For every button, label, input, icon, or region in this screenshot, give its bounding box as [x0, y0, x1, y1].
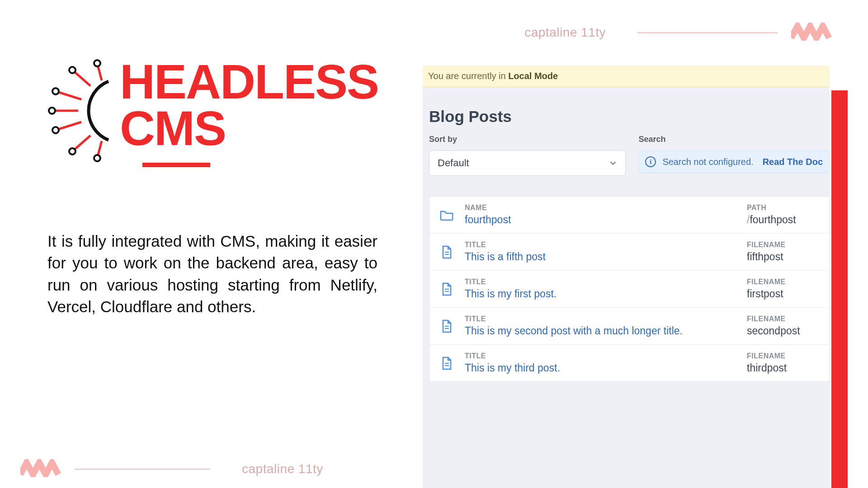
zigzag-icon: [20, 459, 61, 479]
cms-network-icon: [47, 59, 111, 163]
brand-bottom: captaline 11ty: [20, 459, 323, 479]
search-label: Search: [638, 135, 830, 144]
file-icon: [439, 319, 454, 333]
brand-bottom-label: captaline 11ty: [242, 462, 323, 476]
zigzag-icon: [791, 23, 832, 42]
brand-top-line: [637, 32, 778, 33]
svg-point-11: [69, 148, 75, 155]
cms-panel: You are currently in Local Mode Blog Pos…: [423, 66, 830, 488]
svg-point-13: [94, 155, 100, 161]
sort-label: Sort by: [429, 135, 626, 144]
brand-top-label: captaline 11ty: [524, 25, 606, 40]
list-item[interactable]: TITLE This is my third post. FILENAME th…: [429, 345, 829, 381]
list-item[interactable]: TITLE This is my first post. FILENAME fi…: [429, 271, 829, 308]
file-icon: [439, 282, 454, 296]
search-box: i Search not configured. Read The Doc: [638, 150, 830, 173]
accent-bar: [831, 90, 848, 488]
sort-value: Default: [438, 157, 469, 169]
brand-bottom-line: [75, 469, 210, 470]
svg-point-9: [49, 108, 55, 114]
svg-point-12: [94, 60, 100, 66]
list-item[interactable]: TITLE This is a fifth post FILENAME fift…: [429, 234, 829, 271]
folder-icon: [439, 208, 454, 222]
chevron-down-icon: [609, 159, 617, 167]
file-icon: [439, 356, 454, 371]
localmode-banner: You are currently in Local Mode: [423, 66, 830, 87]
sort-select[interactable]: Default: [429, 150, 626, 176]
brand-top: captaline 11ty: [524, 23, 832, 42]
search-msg: Search not configured.: [662, 157, 753, 167]
title-underline: [142, 163, 210, 167]
post-list: NAME fourthpost PATH /fourthpost TITLE T…: [429, 196, 830, 382]
read-docs-link[interactable]: Read The Doc: [763, 157, 823, 167]
page-title: HEADLESS CMS: [120, 59, 378, 151]
heading-row: HEADLESS CMS: [47, 59, 377, 167]
svg-point-8: [52, 88, 59, 94]
info-icon: i: [645, 156, 656, 167]
list-item[interactable]: NAME fourthpost PATH /fourthpost: [429, 197, 829, 234]
svg-point-7: [69, 67, 75, 73]
list-item[interactable]: TITLE This is my second post with a much…: [429, 308, 829, 345]
panel-title: Blog Posts: [429, 108, 830, 126]
svg-point-10: [52, 127, 59, 133]
file-icon: [439, 245, 454, 259]
description: It is fully integrated with CMS, making …: [47, 230, 377, 318]
